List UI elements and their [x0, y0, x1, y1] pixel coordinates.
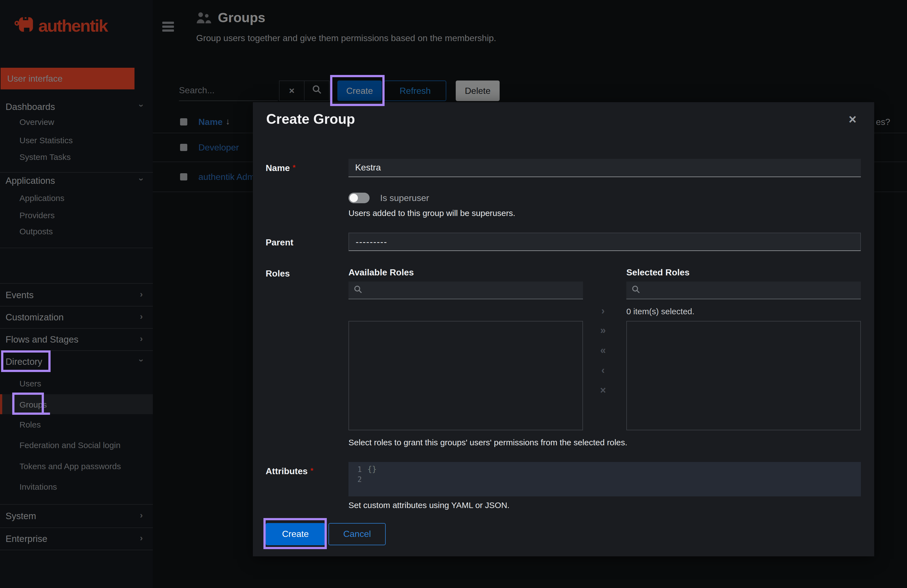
- modal-cancel-button[interactable]: Cancel: [329, 523, 386, 545]
- available-roles-search[interactable]: [348, 281, 583, 299]
- annotation-box-directory: [1, 350, 51, 372]
- name-field[interactable]: [348, 159, 861, 177]
- annotation-box-create-toolbar: [330, 75, 385, 106]
- roles-label: Roles: [266, 269, 290, 279]
- attributes-help-text: Set custom attributes using YAML or JSON…: [348, 500, 510, 510]
- x-icon: ×: [600, 385, 606, 396]
- toggle-knob: [349, 194, 358, 202]
- close-icon: ×: [849, 112, 856, 127]
- annotation-box-groups-tail: [44, 412, 50, 415]
- selected-roles-listbox[interactable]: [627, 321, 861, 430]
- annotation-box-groups: [12, 393, 44, 415]
- create-group-modal: Create Group × Name* Is superuser Users …: [253, 102, 874, 556]
- parent-select[interactable]: ---------: [348, 233, 861, 251]
- selected-count-text: 0 item(s) selected.: [627, 307, 694, 316]
- chevron-right-icon: ›: [601, 305, 605, 317]
- editor-line-number: 2: [351, 475, 362, 484]
- double-chevron-left-icon: «: [600, 345, 606, 356]
- name-label: Name*: [266, 163, 295, 173]
- required-asterisk: *: [293, 163, 295, 172]
- double-chevron-right-icon: »: [600, 324, 606, 336]
- selected-roles-search[interactable]: [627, 281, 861, 299]
- annotation-box-create-modal: [263, 518, 327, 549]
- attributes-label: Attributes*: [266, 467, 313, 476]
- superuser-help-text: Users added to this group will be superu…: [348, 208, 515, 218]
- move-right-button[interactable]: ›: [592, 305, 614, 317]
- move-all-left-button[interactable]: «: [592, 344, 614, 356]
- attributes-code-editor[interactable]: 1 2 {}: [348, 462, 861, 496]
- editor-line-number: 1: [351, 465, 362, 474]
- search-icon: [631, 284, 640, 296]
- move-left-button[interactable]: ‹: [592, 364, 614, 377]
- is-superuser-toggle[interactable]: [348, 193, 370, 203]
- available-roles-heading: Available Roles: [348, 268, 414, 278]
- parent-label: Parent: [266, 238, 293, 248]
- remove-selection-button[interactable]: ×: [592, 384, 614, 396]
- roles-help-text: Select roles to grant this groups' users…: [348, 438, 627, 447]
- search-icon: [354, 284, 362, 296]
- editor-content: {}: [367, 465, 377, 474]
- is-superuser-label[interactable]: Is superuser: [380, 193, 429, 203]
- required-asterisk: *: [310, 467, 313, 475]
- modal-close-button[interactable]: ×: [843, 110, 862, 129]
- move-all-right-button[interactable]: »: [592, 324, 614, 337]
- chevron-left-icon: ‹: [601, 364, 605, 376]
- available-roles-listbox[interactable]: [348, 321, 583, 430]
- modal-title: Create Group: [266, 111, 355, 127]
- app-root: authentik User interface Dashboards › Ov…: [0, 0, 907, 588]
- selected-roles-heading: Selected Roles: [627, 268, 690, 278]
